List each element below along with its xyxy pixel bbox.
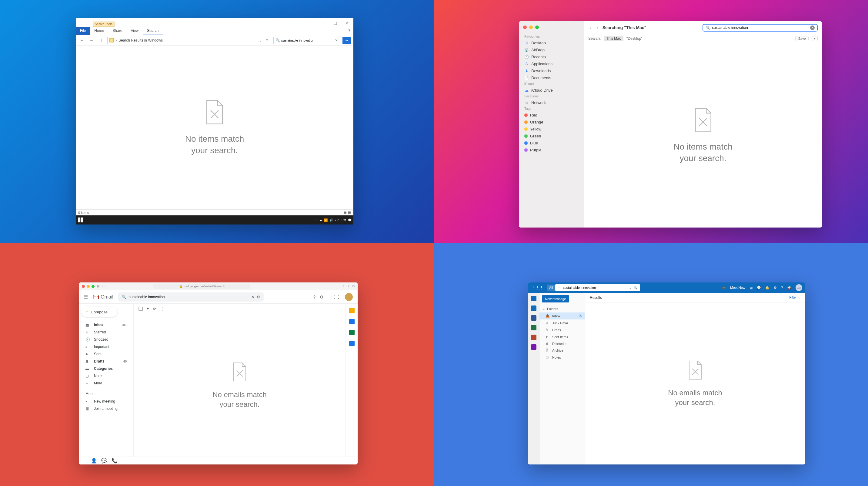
search-bar[interactable]: ← ⌄ 🔍: [555, 284, 640, 291]
start-button[interactable]: [78, 217, 83, 223]
nav-sent[interactable]: ➤Sent: [81, 350, 131, 358]
sidebar-item-downloads[interactable]: ⬇Downloads: [519, 67, 584, 74]
search-options-icon[interactable]: ⚙: [257, 295, 260, 299]
search-scope[interactable]: All: [547, 285, 555, 291]
save-search-button[interactable]: Save: [795, 36, 808, 41]
sidebar-item-documents[interactable]: 📄Documents: [519, 74, 584, 81]
app-icon[interactable]: [531, 296, 536, 301]
refresh-icon[interactable]: ⟳: [153, 307, 156, 311]
folders-header[interactable]: ⌄Folders: [539, 305, 585, 312]
tray-cloud-icon[interactable]: ☁: [319, 219, 322, 222]
account-avatar[interactable]: [345, 293, 353, 301]
account-avatar[interactable]: GO: [796, 284, 802, 291]
up-button[interactable]: ↑: [98, 38, 105, 42]
settings-icon[interactable]: ⚙: [320, 294, 324, 299]
app-icon[interactable]: [531, 335, 536, 340]
select-dropdown-icon[interactable]: ▾: [147, 307, 149, 311]
chat-icon[interactable]: 💬: [101, 458, 107, 463]
nav-categories[interactable]: ▬Categories: [81, 365, 131, 372]
folder-deleted-it-[interactable]: 🗑Deleted It..: [539, 340, 585, 347]
person-icon[interactable]: 👤: [91, 458, 97, 463]
url-bar[interactable]: 🔒 mail.google.com/mail/u/0/#search: [153, 284, 250, 289]
tray-wifi-icon[interactable]: 📶: [324, 219, 328, 222]
phone-icon[interactable]: 📞: [112, 458, 118, 463]
folder-inbox[interactable]: 📥Inbox15: [539, 312, 585, 319]
search-tools-context-tab[interactable]: Search Tools: [93, 22, 115, 27]
meet-new-meeting[interactable]: ▪New meeting: [81, 398, 131, 405]
back-button[interactable]: ‹: [102, 285, 103, 288]
tag-blue[interactable]: Blue: [519, 140, 584, 146]
ribbon-tab-home[interactable]: Home: [90, 27, 108, 35]
tray-chevron-icon[interactable]: ^: [316, 219, 317, 222]
menu-icon[interactable]: ☰: [84, 294, 88, 300]
folder-junk-email[interactable]: ⊘Junk Email: [539, 319, 585, 326]
ribbon-tab-view[interactable]: View: [126, 27, 143, 35]
scope-desktop[interactable]: "Desktop": [626, 36, 643, 41]
meet-now-button[interactable]: Meet Now: [730, 286, 745, 289]
notifications-icon[interactable]: 🔔: [765, 286, 770, 290]
app-icon[interactable]: [531, 315, 536, 321]
folder-drafts[interactable]: ✎Drafts: [539, 326, 585, 334]
dropdown-icon[interactable]: ⌄: [629, 286, 631, 290]
close-button[interactable]: [82, 285, 85, 288]
nav-important[interactable]: »Important: [81, 343, 131, 350]
new-message-button[interactable]: New message: [542, 295, 569, 303]
clock[interactable]: 7:21 PM: [335, 219, 346, 222]
addon-icon[interactable]: [349, 330, 354, 335]
calendar-icon[interactable]: ▦: [749, 286, 752, 290]
search-input[interactable]: [129, 295, 249, 299]
search-bar[interactable]: 🔍 ✕ ⚙: [118, 292, 264, 302]
view-icons-icon[interactable]: ▦: [348, 210, 351, 215]
sidebar-toggle-icon[interactable]: ⊞: [97, 285, 99, 288]
tray-volume-icon[interactable]: 🔊: [330, 219, 333, 222]
close-button[interactable]: ✕: [341, 20, 353, 27]
nav-notes[interactable]: ▢Notes: [81, 372, 131, 379]
forward-button[interactable]: ›: [105, 285, 106, 288]
tag-orange[interactable]: Orange: [519, 119, 584, 125]
compose-button[interactable]: + Compose: [81, 307, 118, 317]
nav-inbox[interactable]: ▤Inbox201: [81, 321, 131, 328]
addon-icon[interactable]: [349, 341, 354, 346]
new-tab-icon[interactable]: +: [348, 285, 349, 288]
folder-sent-items[interactable]: ➤Sent Items: [539, 334, 585, 340]
search-input[interactable]: [563, 286, 627, 289]
add-rule-button[interactable]: +: [812, 36, 818, 41]
sidebar-item-icloud[interactable]: ☁iCloud Drive: [519, 87, 584, 94]
search-field[interactable]: 🔍 ✕: [703, 24, 818, 32]
ribbon-tab-share[interactable]: Share: [108, 27, 126, 35]
tag-yellow[interactable]: Yellow: [519, 125, 584, 133]
nav-starred[interactable]: ☆Starred: [81, 328, 131, 336]
ribbon-tab-search[interactable]: Search: [143, 27, 163, 35]
sidebar-item-airdrop[interactable]: 📡AirDrop: [519, 47, 584, 53]
ribbon-tab-file[interactable]: File: [76, 27, 90, 35]
notification-icon[interactable]: 💬: [348, 219, 351, 222]
tag-red[interactable]: Red: [519, 112, 584, 119]
back-button[interactable]: ‹: [588, 25, 592, 30]
app-icon[interactable]: [531, 344, 536, 350]
breadcrumb-path[interactable]: › Search Results in Windows ⌄ ⟳: [107, 37, 271, 44]
gmail-logo[interactable]: Gmail: [93, 294, 113, 300]
tag-green[interactable]: Green: [519, 133, 584, 140]
sidebar-item-desktop[interactable]: 🖥Desktop: [519, 39, 584, 47]
sidebar-item-recents[interactable]: 🕘Recents: [519, 53, 584, 60]
maximize-button[interactable]: ▢: [329, 20, 341, 27]
search-go-button[interactable]: →: [342, 37, 351, 44]
refresh-icon[interactable]: ⟳: [266, 38, 269, 42]
minimize-button[interactable]: ─: [317, 20, 329, 27]
tabs-icon[interactable]: ⧉: [352, 285, 354, 288]
chat-icon[interactable]: 💬: [757, 286, 761, 290]
search-input[interactable]: [712, 26, 808, 30]
filter-button[interactable]: Filter ⌄: [789, 295, 800, 299]
support-icon[interactable]: ?: [313, 294, 315, 299]
maximize-button[interactable]: [92, 285, 95, 288]
scope-thismac[interactable]: This Mac: [604, 36, 623, 41]
settings-icon[interactable]: ⚙: [774, 286, 777, 290]
app-launcher-icon[interactable]: ⋮⋮⋮: [531, 285, 544, 290]
view-details-icon[interactable]: ☰: [344, 210, 347, 215]
search-box[interactable]: 🔍 ✕: [273, 37, 340, 44]
nav-drafts[interactable]: 🗎Drafts40: [81, 358, 131, 365]
forward-button[interactable]: →: [88, 38, 95, 42]
more-icon[interactable]: ⋮: [160, 307, 164, 311]
clear-search-button[interactable]: ✕: [810, 26, 815, 30]
back-icon[interactable]: ←: [558, 286, 561, 289]
